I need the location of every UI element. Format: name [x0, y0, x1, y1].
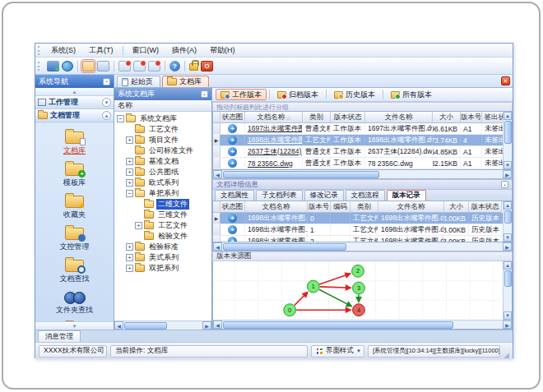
button-工作版本[interactable]: 工作版本 — [216, 89, 267, 100]
chevron-down-icon[interactable]: ▼ — [102, 98, 111, 107]
grid-hscrollbar[interactable]: ◀ ▶ — [212, 170, 513, 179]
tab-文档流程[interactable]: 文档流程 — [346, 190, 385, 201]
collapse-icon[interactable]: − — [117, 115, 124, 122]
table-row[interactable]: +1698出水嘴零件图.dwg1工艺文件1698出水嘴零件图.dwg73.00K… — [213, 224, 503, 236]
table-row[interactable]: ▶+1698出水嘴零件图.dwg0工艺文件1698出水嘴零件图.dwg73.00… — [213, 213, 503, 224]
tree-item-三维文件[interactable]: 三维文件 — [114, 210, 211, 220]
column-header-版本状态[interactable]: 版本状态 — [469, 201, 502, 213]
pin-icon[interactable]: • — [501, 181, 508, 188]
scroll-thumb[interactable] — [223, 171, 379, 178]
scroll-left-icon[interactable]: ◀ — [213, 321, 222, 329]
column-header-版本号[interactable]: 版本号 — [461, 112, 482, 123]
sidebar-item-收藏夹[interactable]: ★收藏夹 — [63, 192, 86, 219]
resize-grip[interactable]: ◢ — [504, 351, 509, 359]
tree-item-检验文件[interactable]: 检验文件 — [114, 231, 211, 242]
globe-icon[interactable] — [62, 61, 73, 71]
doc-stop-icon[interactable] — [148, 61, 160, 71]
tab-message-management[interactable]: 消息管理 — [38, 330, 81, 342]
sidebar-item-文档库[interactable]: 文档库 — [63, 128, 86, 154]
version-node-4[interactable]: 4 — [353, 304, 365, 316]
system-icon[interactable] — [47, 61, 59, 71]
tree-item-二维文件[interactable]: 二维文件 — [114, 199, 211, 210]
scroll-down-icon[interactable]: ▼ — [504, 161, 512, 169]
menu-item[interactable]: 工具(T) — [82, 44, 120, 58]
ui-style-selector[interactable]: 界面样式 ▼ — [311, 345, 364, 357]
sidebar-group-header[interactable]: 工作管理▼ — [35, 96, 114, 109]
scroll-thumb[interactable] — [504, 121, 512, 144]
sidebar-item-文控管理[interactable]: 文控管理 — [60, 224, 90, 251]
tab-文档库[interactable]: 文档库 — [162, 76, 209, 87]
tab-子文档列表[interactable]: 子文档列表 — [256, 190, 303, 201]
table-row[interactable]: +2637主体(12284).dwg普通文档工作版本2637主体(12284).… — [213, 146, 503, 158]
scroll-down-icon[interactable]: ▼ — [504, 311, 512, 320]
expand-icon[interactable]: + — [135, 222, 142, 229]
tree-item-公司标准文件[interactable]: 公司标准文件 — [114, 145, 211, 156]
expand-icon[interactable]: + — [126, 265, 133, 272]
version-node-0[interactable]: 0 — [284, 304, 296, 316]
expand-icon[interactable]: + — [126, 168, 133, 176]
grid-hscrollbar[interactable]: ◀ ▶ — [212, 242, 513, 251]
column-header-版本号[interactable]: 版本号 — [308, 201, 331, 213]
button-历史版本[interactable]: 历史版本 — [329, 89, 380, 100]
tree-item-工艺文件[interactable]: +工艺文件 — [114, 220, 211, 231]
scroll-up-icon[interactable]: ▲ — [504, 201, 512, 210]
scroll-thumb[interactable] — [223, 321, 453, 329]
column-header-签出状态[interactable]: 签出状态 — [482, 112, 503, 123]
tab-版本记录[interactable]: 版本记录 — [387, 190, 426, 201]
tree-item-欧式系列[interactable]: +欧式系列 — [114, 178, 211, 188]
menu-item[interactable]: 插件(A) — [165, 44, 203, 58]
lock-icon[interactable] — [189, 63, 198, 71]
column-header-类别[interactable]: 类别 — [303, 112, 331, 123]
pin-icon[interactable]: • — [103, 78, 110, 85]
expand-icon[interactable]: + — [126, 136, 133, 144]
tree-item-双把系列[interactable]: +双把系列 — [114, 263, 211, 274]
column-header-状态图[interactable]: 状态图 — [220, 112, 245, 123]
tab-起始页[interactable]: 起始页 — [117, 76, 160, 87]
grid-vscrollbar[interactable]: ▲ ▼ — [503, 201, 512, 242]
scroll-thumb[interactable] — [124, 322, 167, 330]
pin-icon[interactable]: • — [201, 90, 208, 98]
column-header-文件名称[interactable]: 文件名称 — [365, 112, 433, 123]
close-tab-icon[interactable]: ✕ — [501, 76, 510, 85]
window-list-icon[interactable] — [97, 61, 109, 71]
table-row[interactable]: +1698出水嘴零件图.dwg2工艺文件1698出水嘴零件图.dwg73.00K… — [213, 236, 503, 242]
doc-close-icon[interactable] — [118, 61, 131, 71]
menu-item[interactable]: 系统(S) — [44, 44, 82, 58]
column-header-编码[interactable]: 编码 — [331, 201, 350, 213]
version-node-1[interactable]: 1 — [307, 280, 319, 293]
doc-export-icon[interactable] — [133, 61, 146, 71]
tab-文档属性[interactable]: 文档属性 — [215, 190, 254, 201]
expand-icon[interactable]: + — [126, 243, 133, 251]
sidebar-collapse-strip[interactable]: ▲ — [35, 88, 114, 96]
tree-item-项目文件[interactable]: +项目文件 — [114, 135, 211, 145]
tree-item-美式系列[interactable]: +美式系列 — [114, 252, 211, 263]
grid-vscrollbar[interactable]: ▲ ▼ — [503, 112, 512, 169]
sidebar-item-文件夹查找[interactable]: 文件夹查找 — [56, 288, 93, 314]
tree-item-基准文档[interactable]: +基准文档 — [114, 156, 211, 167]
folder-window-icon[interactable] — [82, 61, 95, 71]
collapse-icon[interactable]: − — [126, 190, 133, 197]
scroll-down-icon[interactable]: ▼ — [504, 233, 512, 242]
tree-item-系统文档库[interactable]: −系统文档库 — [114, 113, 211, 124]
column-header-版本状态[interactable]: 版本状态 — [331, 112, 365, 123]
tree-item-工艺文件[interactable]: 工艺文件 — [114, 124, 211, 135]
tree-item-检验标准[interactable]: +检验标准 — [114, 242, 211, 252]
column-header-文档名称[interactable]: 文档名称△ — [245, 112, 303, 123]
sidebar-item-文档查找[interactable]: 文档查找 — [60, 256, 90, 283]
column-header-大小[interactable]: 大小 — [444, 201, 469, 213]
button-归档版本[interactable]: 归档版本 — [272, 89, 323, 100]
help-icon[interactable]: ? — [169, 61, 180, 71]
scroll-left-icon[interactable]: ◀ — [213, 170, 222, 178]
chevron-up-icon[interactable]: ▲ — [102, 111, 111, 120]
scroll-up-icon[interactable]: ▲ — [504, 112, 512, 120]
exit-icon[interactable]: O — [201, 61, 213, 71]
version-node-3[interactable]: 3 — [353, 282, 365, 294]
scroll-left-icon[interactable]: ◀ — [213, 242, 222, 251]
scroll-right-icon[interactable]: ▶ — [503, 321, 512, 329]
expand-icon[interactable]: + — [126, 179, 133, 187]
tree-item-单把系列[interactable]: −单把系列 — [114, 188, 211, 199]
table-row[interactable]: +78 2356C.dwg普通文档工作版本78 2356C.dwg182.15K… — [213, 158, 503, 169]
table-row[interactable]: +1697出水嘴零件图.dwg普通文档工作版本1697出水嘴零件图.dwg96.… — [213, 123, 503, 135]
column-header-文档名称[interactable]: 文档名称 — [245, 201, 308, 213]
button-所有版本[interactable]: 所有版本 — [386, 89, 437, 100]
